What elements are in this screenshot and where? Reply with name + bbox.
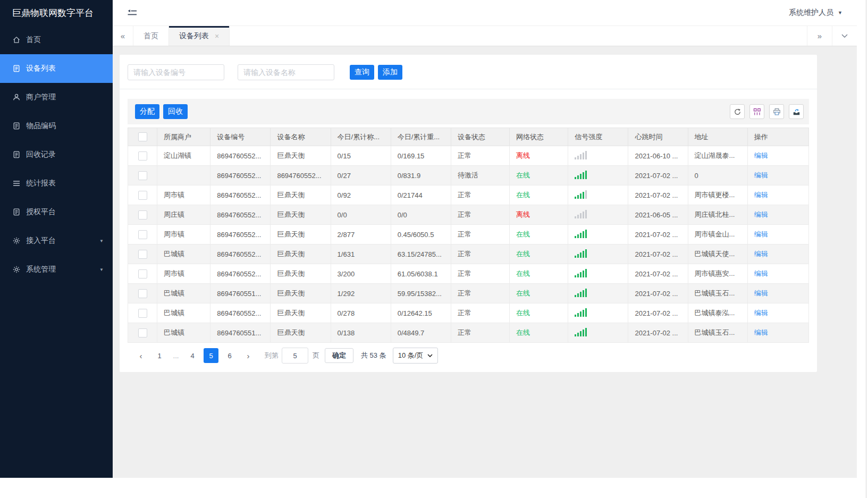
tab-device-list[interactable]: 设备列表× (169, 26, 230, 46)
row-checkbox[interactable] (138, 210, 147, 220)
cell-address: 周市镇更楼... (688, 185, 747, 205)
page-button-4[interactable]: 4 (185, 348, 200, 363)
sidebar-item-access-platform[interactable]: 接入平台▼ (0, 226, 113, 255)
row-checkbox[interactable] (138, 289, 147, 298)
edit-link[interactable]: 编辑 (754, 151, 768, 159)
cell-action: 编辑 (747, 284, 808, 303)
sidebar-collapse-button[interactable] (127, 9, 137, 17)
user-menu[interactable]: 系统维护人员 ▼ (789, 8, 842, 18)
sidebar-item-merchant-mgmt[interactable]: 商户管理 (0, 83, 113, 112)
edit-link[interactable]: 编辑 (754, 210, 768, 218)
toolbar-icon-group (725, 104, 804, 119)
cell-today-weight: 0/0 (391, 205, 451, 225)
sidebar-item-device-list[interactable]: 设备列表 (0, 54, 113, 83)
edit-link[interactable]: 编辑 (754, 269, 768, 277)
row-checkbox[interactable] (138, 328, 147, 337)
cell-device-name: 巨鼎天衡 (271, 244, 331, 264)
confirm-button[interactable]: 确定 (325, 348, 353, 363)
edit-link[interactable]: 编辑 (754, 289, 768, 297)
cell-heartbeat: 2021-07-02 ... (628, 225, 688, 244)
cell-network: 在线 (510, 303, 568, 323)
signal-strength-indicator (575, 171, 587, 179)
sidebar-item-auth-platform[interactable]: 授权平台 (0, 198, 113, 226)
chevron-down-icon (841, 34, 848, 38)
search-row: 查询 添加 (120, 55, 817, 89)
printer-button[interactable] (769, 104, 784, 119)
cell-today-count: 0/27 (331, 166, 391, 185)
cell-device-no: 8694760552... (210, 205, 271, 225)
export-button[interactable] (789, 104, 804, 119)
cell-device-name: 巨鼎天衡 (271, 205, 331, 225)
cell-address: 巴城镇泰泓... (688, 303, 747, 323)
signal-strength-indicator (575, 289, 587, 297)
app-window: 巨鼎物联网数字平台 首页设备列表商户管理物品编码回收记录统计报表授权平台接入平台… (0, 0, 857, 478)
page-size-select[interactable]: 10 条/页 (393, 348, 439, 364)
cell-heartbeat: 2021-07-02 ... (628, 264, 688, 284)
row-checkbox[interactable] (138, 230, 147, 239)
sidebar-item-system-mgmt[interactable]: 系统管理▼ (0, 255, 113, 284)
add-button[interactable]: 添加 (378, 65, 402, 80)
tab-home[interactable]: 首页 (133, 26, 169, 46)
row-checkbox[interactable] (138, 191, 147, 200)
tabs-scroll-left-button[interactable]: « (113, 26, 133, 46)
signal-strength-indicator (575, 151, 587, 159)
edit-link[interactable]: 编辑 (754, 191, 768, 199)
cell-device-name: 巨鼎天衡 (271, 225, 331, 244)
jump-page-input[interactable] (282, 348, 308, 364)
refresh-button[interactable] (730, 104, 745, 119)
sidebar-item-item-code[interactable]: 物品编码 (0, 112, 113, 140)
cell-action: 编辑 (747, 323, 808, 343)
tabs-menu-button[interactable] (832, 26, 857, 46)
cell-device-no: 8694760552... (210, 185, 271, 205)
sidebar-item-home[interactable]: 首页 (0, 26, 113, 54)
edit-link[interactable]: 编辑 (754, 309, 768, 317)
page-next-button[interactable]: › (241, 348, 256, 363)
cell-network: 离线 (510, 146, 568, 166)
cell-device-name: 巨鼎天衡 (271, 264, 331, 284)
cell-today-weight: 63.15/24785... (391, 244, 451, 264)
row-checkbox[interactable] (138, 151, 147, 161)
page-button-1[interactable]: 1 (152, 348, 167, 363)
cell-today-weight: 59.95/15382... (391, 284, 451, 303)
user-caret-down-icon: ▼ (838, 10, 842, 15)
cell-status: 正常 (451, 284, 509, 303)
row-checkbox[interactable] (138, 269, 147, 278)
cell-heartbeat: 2021-07-02 ... (628, 185, 688, 205)
sidebar-item-recycle-record[interactable]: 回收记录 (0, 140, 113, 169)
cell-device-name: 8694760552... (271, 166, 331, 185)
device-name-input[interactable] (238, 64, 334, 80)
printer-icon (773, 108, 781, 116)
columns-button[interactable] (749, 104, 764, 119)
device-no-input[interactable] (128, 64, 224, 80)
cell-heartbeat: 2021-07-02 ... (628, 166, 688, 185)
assign-button[interactable]: 分配 (135, 104, 159, 119)
row-checkbox[interactable] (138, 309, 147, 318)
cell-device-name: 巨鼎天衡 (271, 323, 331, 343)
recycle-button[interactable]: 回收 (163, 104, 188, 119)
cell-heartbeat: 2021-07-02 ... (628, 303, 688, 323)
query-button[interactable]: 查询 (350, 65, 374, 80)
row-checkbox[interactable] (138, 250, 147, 259)
page-prev-button[interactable]: ‹ (133, 348, 148, 363)
tabs-scroll-right-button[interactable]: » (807, 26, 832, 46)
page-button-5[interactable]: 5 (204, 348, 218, 363)
sidebar-item-stats-report[interactable]: 统计报表 (0, 169, 113, 198)
cell-status: 正常 (451, 264, 509, 284)
cell-signal (568, 303, 628, 323)
sidebar-item-label: 设备列表 (26, 64, 56, 73)
tab-close-icon[interactable]: × (215, 32, 219, 40)
select-all-checkbox[interactable] (138, 132, 147, 141)
edit-link[interactable]: 编辑 (754, 328, 768, 336)
edit-link[interactable]: 编辑 (754, 250, 768, 258)
cell-today-count: 0/0 (331, 205, 391, 225)
column-header: 心跳时间 (628, 128, 688, 146)
row-checkbox[interactable] (138, 171, 147, 180)
device-list-panel: 查询 添加 分配 回收 (120, 55, 817, 372)
column-header: 所属商户 (157, 128, 210, 146)
grid-toolbar: 分配 回收 (128, 99, 809, 124)
scrollbar-track[interactable] (866, 0, 866, 498)
cell-today-count: 0/15 (331, 146, 391, 166)
edit-link[interactable]: 编辑 (754, 230, 768, 238)
edit-link[interactable]: 编辑 (754, 171, 768, 179)
page-button-6[interactable]: 6 (222, 348, 237, 363)
